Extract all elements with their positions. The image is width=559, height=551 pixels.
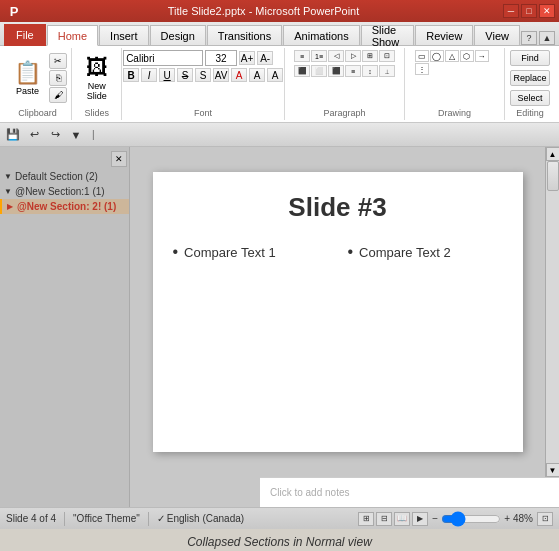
- section-new1-label: @New Section:1 (1): [15, 186, 105, 197]
- font-format-row: B I U S S AV A A A: [123, 68, 283, 82]
- status-divider-2: [148, 512, 149, 526]
- bold-button[interactable]: B: [123, 68, 139, 82]
- bullet-list-button[interactable]: ≡: [294, 50, 310, 62]
- line-spacing-button[interactable]: ↕: [362, 65, 378, 77]
- status-left: Slide 4 of 4 "Office Theme" ✓ English (C…: [6, 512, 244, 526]
- shape-4[interactable]: ⬡: [460, 50, 474, 62]
- scroll-thumb[interactable]: [547, 161, 559, 191]
- undo-button[interactable]: ↩: [25, 126, 43, 144]
- tab-slideshow[interactable]: Slide Show: [361, 25, 415, 45]
- fit-window-button[interactable]: ⊡: [537, 512, 553, 526]
- tab-home[interactable]: Home: [47, 25, 98, 46]
- slide-canvas-area: Slide #3 • Compare Text 1 • Compare Text: [130, 147, 545, 477]
- italic-button[interactable]: I: [141, 68, 157, 82]
- tab-file[interactable]: File: [4, 24, 46, 46]
- normal-view-button[interactable]: ⊞: [358, 512, 374, 526]
- tab-view[interactable]: View: [474, 25, 520, 45]
- cut-button[interactable]: ✂: [49, 53, 67, 69]
- customize-quick-access[interactable]: ▼: [67, 126, 85, 144]
- text-direction-button[interactable]: ⟂: [379, 65, 395, 77]
- font-size-input[interactable]: [205, 50, 237, 66]
- spell-check-indicator: ✓ English (Canada): [157, 513, 244, 524]
- shape-1[interactable]: ▭: [415, 50, 429, 62]
- font-name-input[interactable]: [123, 50, 203, 66]
- replace-button[interactable]: Replace: [510, 70, 550, 86]
- bullet-icon-2: •: [348, 243, 354, 261]
- shape-3[interactable]: △: [445, 50, 459, 62]
- section-new1[interactable]: ▼ @New Section:1 (1): [0, 184, 129, 199]
- decrease-indent-button[interactable]: ◁: [328, 50, 344, 62]
- increase-indent-button[interactable]: ▷: [345, 50, 361, 62]
- drawing-label: Drawing: [438, 106, 471, 118]
- columns-button[interactable]: ⊞: [362, 50, 378, 62]
- shapes-gallery: ▭ ◯ △ ⬡ → ⋮: [415, 50, 495, 75]
- slide-title: Slide #3: [173, 192, 503, 223]
- maximize-button[interactable]: □: [521, 4, 537, 18]
- clear-format-button[interactable]: A: [267, 68, 283, 82]
- section-default[interactable]: ▼ Default Section (2): [0, 169, 129, 184]
- editing-controls: Find Replace Select: [510, 50, 550, 106]
- section-new2-label: @New Section: 2! (1): [17, 201, 116, 212]
- zoom-in-icon[interactable]: +: [504, 513, 510, 524]
- section-new2[interactable]: ▶ @New Section: 2! (1): [0, 199, 129, 214]
- shadow-button[interactable]: S: [195, 68, 211, 82]
- tab-transitions[interactable]: Transitions: [207, 25, 282, 45]
- view-icons: ⊞ ⊟ 📖 ▶: [358, 512, 428, 526]
- close-button[interactable]: ✕: [539, 4, 555, 18]
- copy-button[interactable]: ⎘: [49, 70, 67, 86]
- align-right-button[interactable]: ⬛: [328, 65, 344, 77]
- new-slide-button[interactable]: 🖼 NewSlide: [79, 53, 115, 103]
- strikethrough-button[interactable]: S: [177, 68, 193, 82]
- scroll-up-button[interactable]: ▲: [546, 147, 560, 161]
- panel-collapse-button[interactable]: ✕: [111, 151, 127, 167]
- justify-button[interactable]: ≡: [345, 65, 361, 77]
- tab-design[interactable]: Design: [150, 25, 206, 45]
- save-button[interactable]: 💾: [4, 126, 22, 144]
- select-button[interactable]: Select: [510, 90, 550, 106]
- slideshow-button[interactable]: ▶: [412, 512, 428, 526]
- reading-view-button[interactable]: 📖: [394, 512, 410, 526]
- main-area: ✕ ▼ Default Section (2) ▼ @New Section:1…: [0, 147, 559, 507]
- theme-name: "Office Theme": [73, 513, 140, 524]
- zoom-out-icon[interactable]: −: [432, 513, 438, 524]
- shape-6[interactable]: ⋮: [415, 63, 429, 75]
- window-controls: ─ □ ✕: [503, 4, 555, 18]
- paste-button[interactable]: 📋 Paste: [8, 58, 47, 98]
- quick-access-toolbar: 💾 ↩ ↪ ▼ |: [0, 123, 559, 147]
- slide-col-2: • Compare Text 2: [348, 243, 503, 261]
- shape-2[interactable]: ◯: [430, 50, 444, 62]
- ribbon-toggle[interactable]: ▲: [539, 31, 555, 45]
- underline-button[interactable]: U: [159, 68, 175, 82]
- shape-5[interactable]: →: [475, 50, 489, 62]
- scroll-track: [546, 161, 559, 463]
- increase-font-button[interactable]: A+: [239, 51, 255, 65]
- tab-insert[interactable]: Insert: [99, 25, 149, 45]
- tab-review[interactable]: Review: [415, 25, 473, 45]
- paste-label: Paste: [16, 86, 39, 96]
- smart-art-button[interactable]: ⊡: [379, 50, 395, 62]
- format-painter-button[interactable]: 🖌: [49, 87, 67, 103]
- help-button[interactable]: ?: [521, 31, 537, 45]
- numbered-list-button[interactable]: 1≡: [311, 50, 327, 62]
- find-button[interactable]: Find: [510, 50, 550, 66]
- bullet-text-2: Compare Text 2: [359, 245, 451, 260]
- quick-access-separator: |: [92, 129, 95, 140]
- align-center-button[interactable]: ⬜: [311, 65, 327, 77]
- notes-area[interactable]: Click to add notes: [260, 477, 559, 507]
- tab-animations[interactable]: Animations: [283, 25, 359, 45]
- slide-canvas[interactable]: Slide #3 • Compare Text 1 • Compare Text: [153, 172, 523, 452]
- drawing-controls: ▭ ◯ △ ⬡ → ⋮: [415, 50, 495, 106]
- vertical-scrollbar[interactable]: ▲ ▼: [545, 147, 559, 477]
- font-color-button[interactable]: A: [231, 68, 247, 82]
- align-left-button[interactable]: ⬛: [294, 65, 310, 77]
- redo-button[interactable]: ↪: [46, 126, 64, 144]
- scroll-down-button[interactable]: ▼: [546, 463, 560, 477]
- decrease-font-button[interactable]: A-: [257, 51, 273, 65]
- section-new1-arrow: ▼: [4, 188, 12, 196]
- highlight-button[interactable]: A: [249, 68, 265, 82]
- char-spacing-button[interactable]: AV: [213, 68, 229, 82]
- section-new2-arrow: ▶: [6, 203, 14, 211]
- slide-sorter-button[interactable]: ⊟: [376, 512, 392, 526]
- minimize-button[interactable]: ─: [503, 4, 519, 18]
- zoom-slider[interactable]: [441, 514, 501, 524]
